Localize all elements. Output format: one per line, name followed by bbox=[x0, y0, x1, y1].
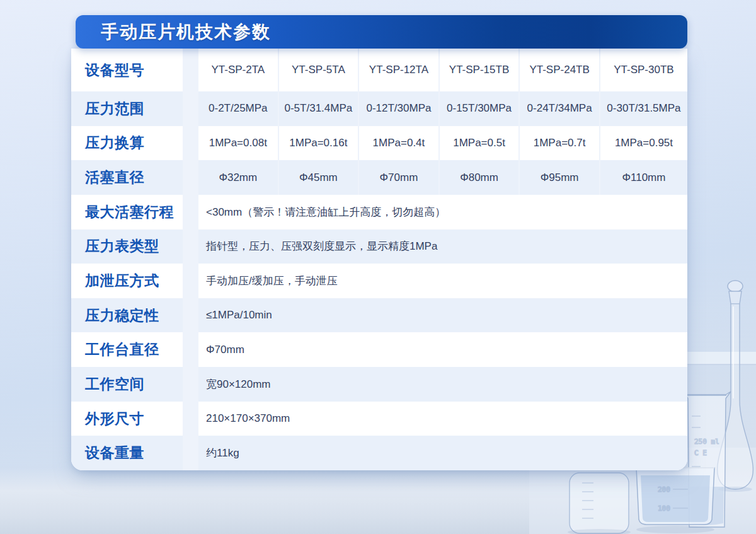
row-label: 设备型号 bbox=[71, 49, 183, 91]
table-row-max-stroke: 最大活塞行程 <30mm（警示！请注意油缸上升高度，切勿超高） bbox=[71, 195, 687, 229]
value-cell: 0-12T/30MPa bbox=[358, 91, 438, 126]
row-label: 压力稳定性 bbox=[71, 298, 183, 333]
value-cell: 0-24T/34MPa bbox=[518, 91, 599, 126]
table-row-worktable-diameter: 工作台直径 Φ70mm bbox=[71, 332, 687, 367]
row-label: 工作台直径 bbox=[71, 332, 183, 367]
row-label: 压力范围 bbox=[71, 91, 183, 126]
table-row-model: 设备型号 YT-SP-2TA YT-SP-5TA YT-SP-12TA YT-S… bbox=[71, 49, 687, 91]
row-values: Φ32mm Φ45mm Φ70mm Φ80mm Φ95mm Φ110mm bbox=[198, 160, 687, 195]
svg-text:200: 200 bbox=[658, 485, 670, 494]
column-gutter bbox=[183, 229, 198, 264]
value-cell: Φ110mm bbox=[599, 160, 687, 195]
column-gutter bbox=[183, 402, 198, 436]
column-gutter bbox=[183, 436, 198, 470]
value-cell: Φ70mm bbox=[198, 332, 687, 367]
row-label: 压力换算 bbox=[71, 126, 183, 161]
value-cell: 0-30T/31.5MPa bbox=[599, 91, 687, 126]
column-gutter bbox=[183, 367, 198, 402]
spec-table-card: 设备型号 YT-SP-2TA YT-SP-5TA YT-SP-12TA YT-S… bbox=[71, 49, 687, 470]
section-title-banner: 手动压片机技术参数 bbox=[76, 15, 687, 49]
shadow bbox=[636, 526, 714, 533]
value-cell: Φ32mm bbox=[198, 160, 278, 195]
value-cell: 约11kg bbox=[198, 436, 687, 470]
column-gutter bbox=[183, 91, 198, 126]
value-cell: 0-5T/31.4MPa bbox=[278, 91, 358, 126]
value-cell: 1MPa=0.16t bbox=[278, 126, 358, 161]
model-cell: YT-SP-5TA bbox=[278, 49, 358, 91]
row-values: 0-2T/25MPa 0-5T/31.4MPa 0-12T/30MPa 0-15… bbox=[198, 91, 687, 126]
value-cell: 手动加压/缓加压，手动泄压 bbox=[198, 264, 687, 298]
table-row-pressurize-method: 加泄压方式 手动加压/缓加压，手动泄压 bbox=[71, 264, 687, 298]
column-gutter bbox=[183, 160, 198, 195]
value-cell: Φ80mm bbox=[438, 160, 519, 195]
column-gutter bbox=[183, 332, 198, 367]
graduated-bottle-icon bbox=[570, 473, 629, 533]
page-background: 250 ml C E 200 100 手动压 bbox=[0, 0, 756, 534]
svg-text:100: 100 bbox=[658, 504, 670, 513]
page-title: 手动压片机技术参数 bbox=[101, 20, 271, 44]
value-cell: <30mm（警示！请注意油缸上升高度，切勿超高） bbox=[198, 195, 687, 229]
column-gutter bbox=[183, 49, 198, 91]
svg-text:250 ml: 250 ml bbox=[694, 438, 719, 446]
value-cell: 宽90×120mm bbox=[198, 367, 687, 402]
value-cell: 1MPa=0.08t bbox=[198, 126, 278, 161]
table-row-gauge-type: 压力表类型 指针型，压力、压强双刻度显示，显示精度1MPa bbox=[71, 229, 687, 264]
svg-text:C E: C E bbox=[694, 449, 707, 457]
table-row-working-space: 工作空间 宽90×120mm bbox=[71, 367, 687, 402]
value-cell: 1MPa=0.4t bbox=[358, 126, 438, 161]
value-cell: 0-15T/30MPa bbox=[438, 91, 519, 126]
model-cell: YT-SP-15TB bbox=[438, 49, 519, 91]
value-cell: 0-2T/25MPa bbox=[198, 91, 278, 126]
column-gutter bbox=[183, 298, 198, 333]
column-gutter bbox=[183, 126, 198, 161]
liquid-beaker-icon: 200 100 bbox=[636, 468, 714, 525]
value-cell: Φ45mm bbox=[278, 160, 358, 195]
row-label: 工作空间 bbox=[71, 367, 183, 402]
table-row-pressure-stability: 压力稳定性 ≤1MPa/10min bbox=[71, 298, 687, 333]
column-gutter bbox=[183, 264, 198, 298]
model-cell: YT-SP-24TB bbox=[518, 49, 599, 91]
row-values: YT-SP-2TA YT-SP-5TA YT-SP-12TA YT-SP-15T… bbox=[198, 49, 687, 91]
table-row-pressure-range: 压力范围 0-2T/25MPa 0-5T/31.4MPa 0-12T/30MPa… bbox=[71, 91, 687, 126]
row-label: 加泄压方式 bbox=[71, 264, 183, 298]
model-cell: YT-SP-2TA bbox=[198, 49, 278, 91]
row-label: 最大活塞行程 bbox=[71, 195, 183, 229]
value-cell: 210×170×370mm bbox=[198, 402, 687, 436]
column-gutter bbox=[183, 195, 198, 229]
model-cell: YT-SP-12TA bbox=[358, 49, 438, 91]
row-label: 外形尺寸 bbox=[71, 402, 183, 436]
value-cell: Φ95mm bbox=[518, 160, 599, 195]
value-cell: Φ70mm bbox=[358, 160, 438, 195]
row-label: 活塞直径 bbox=[71, 160, 183, 195]
value-cell: 1MPa=0.95t bbox=[599, 126, 687, 161]
row-values: 1MPa=0.08t 1MPa=0.16t 1MPa=0.4t 1MPa=0.5… bbox=[198, 126, 687, 161]
table-row-piston-diameter: 活塞直径 Φ32mm Φ45mm Φ70mm Φ80mm Φ95mm Φ110m… bbox=[71, 160, 687, 195]
table-row-pressure-conversion: 压力换算 1MPa=0.08t 1MPa=0.16t 1MPa=0.4t 1MP… bbox=[71, 126, 687, 161]
table-row-weight: 设备重量 约11kg bbox=[71, 436, 687, 470]
value-cell: 1MPa=0.5t bbox=[438, 126, 519, 161]
value-cell: ≤1MPa/10min bbox=[198, 298, 687, 333]
row-label: 设备重量 bbox=[71, 436, 183, 470]
model-cell: YT-SP-30TB bbox=[599, 49, 687, 91]
value-cell: 指针型，压力、压强双刻度显示，显示精度1MPa bbox=[198, 229, 687, 264]
value-cell: 1MPa=0.7t bbox=[518, 126, 599, 161]
row-label: 压力表类型 bbox=[71, 229, 183, 264]
table-row-dimensions: 外形尺寸 210×170×370mm bbox=[71, 402, 687, 436]
